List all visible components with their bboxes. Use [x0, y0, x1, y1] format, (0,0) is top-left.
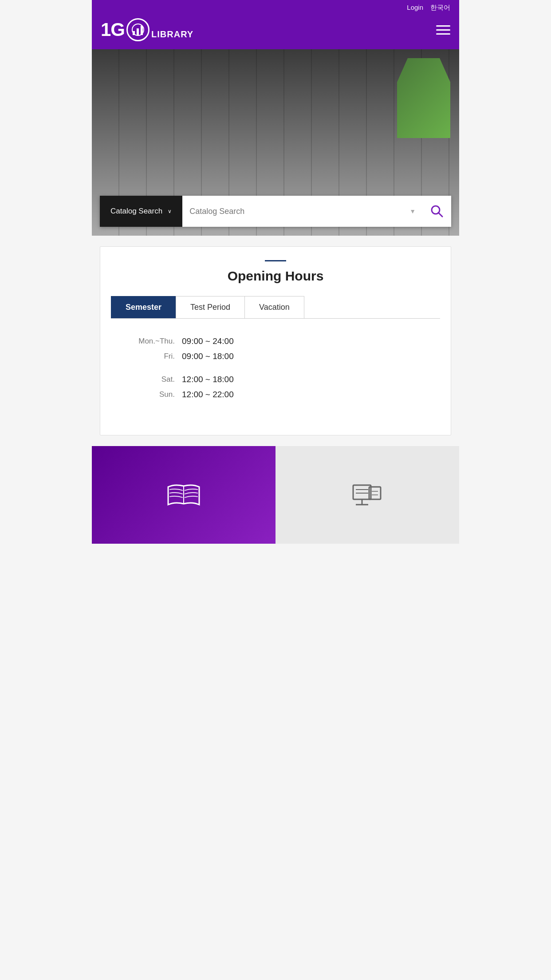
- svg-rect-1: [137, 28, 139, 35]
- search-input-wrap: ▼: [182, 196, 423, 227]
- search-input[interactable]: [189, 207, 406, 216]
- hours-group-weekdays: Mon.~Thu. 09:00 ~ 24:00 Fri. 09:00 ~ 18:…: [124, 336, 427, 361]
- hours-time-fri: 09:00 ~ 18:00: [182, 352, 234, 361]
- day-label-fri: Fri.: [124, 352, 182, 361]
- tab-test-period[interactable]: Test Period: [176, 296, 245, 318]
- search-type-button[interactable]: Catalog Search ∨: [100, 196, 182, 227]
- day-label-sun: Sun.: [124, 390, 182, 399]
- search-submit-button[interactable]: [423, 196, 451, 227]
- tab-vacation[interactable]: Vacation: [244, 296, 304, 318]
- section-divider: [265, 260, 286, 261]
- hours-row-fri: Fri. 09:00 ~ 18:00: [124, 352, 427, 361]
- tab-semester[interactable]: Semester: [111, 296, 176, 318]
- header-top-bar: Login 한국어: [101, 0, 450, 14]
- open-book-icon: [166, 482, 201, 508]
- hours-table: Mon.~Thu. 09:00 ~ 24:00 Fri. 09:00 ~ 18:…: [111, 332, 440, 417]
- hamburger-line-3: [436, 33, 450, 35]
- hamburger-line-1: [436, 25, 450, 27]
- hamburger-line-2: [436, 29, 450, 31]
- logo-svg-icon: [131, 23, 145, 36]
- bottom-cards: [92, 446, 459, 544]
- header-main-bar: 1G LIBRARY: [101, 14, 450, 49]
- opening-hours-section: Opening Hours Semester Test Period Vacat…: [100, 246, 451, 435]
- logo-library-text: LIBRARY: [151, 29, 193, 41]
- hamburger-menu[interactable]: [436, 25, 450, 35]
- bottom-card-open-book[interactable]: [92, 446, 276, 544]
- opening-hours-tabs: Semester Test Period Vacation: [111, 296, 440, 319]
- chevron-down-icon: ∨: [168, 208, 172, 214]
- header: Login 한국어 1G LIBRARY: [92, 0, 459, 49]
- hours-row-mon-thu: Mon.~Thu. 09:00 ~ 24:00: [124, 336, 427, 346]
- hours-row-sat: Sat. 12:00 ~ 18:00: [124, 375, 427, 384]
- hours-time-sat: 12:00 ~ 18:00: [182, 375, 234, 384]
- logo-icon-circle: [126, 18, 150, 41]
- login-link[interactable]: Login: [407, 4, 423, 12]
- svg-line-5: [438, 213, 442, 217]
- hours-row-sun: Sun. 12:00 ~ 22:00: [124, 390, 427, 399]
- closed-book-icon: [350, 482, 385, 508]
- bottom-card-closed-book[interactable]: [276, 446, 459, 544]
- svg-rect-7: [353, 485, 371, 499]
- hours-group-weekend: Sat. 12:00 ~ 18:00 Sun. 12:00 ~ 22:00: [124, 375, 427, 399]
- language-switcher[interactable]: 한국어: [430, 4, 450, 12]
- day-label-sat: Sat.: [124, 375, 182, 384]
- search-bar: Catalog Search ∨ ▼: [100, 196, 451, 227]
- search-type-label: Catalog Search: [110, 207, 162, 216]
- day-label-mon-thu: Mon.~Thu.: [124, 337, 182, 346]
- logo-prefix: 1G: [101, 20, 125, 39]
- opening-hours-title: Opening Hours: [111, 269, 440, 284]
- search-icon: [430, 204, 444, 218]
- search-dropdown-arrow-icon[interactable]: ▼: [409, 208, 416, 215]
- logo[interactable]: 1G LIBRARY: [101, 18, 193, 41]
- hours-time-mon-thu: 09:00 ~ 24:00: [182, 336, 234, 346]
- hero-banner: Catalog Search ∨ ▼: [92, 49, 459, 236]
- hours-time-sun: 12:00 ~ 22:00: [182, 390, 234, 399]
